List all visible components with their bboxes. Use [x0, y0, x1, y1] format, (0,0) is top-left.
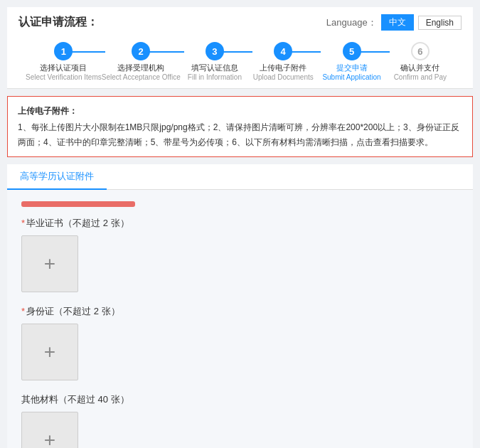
notice-title: 上传电子附件： [18, 104, 462, 118]
step-label-en-2: Fill in Information [188, 73, 242, 81]
tab-bar: 高等学历认证附件 [7, 164, 473, 190]
upload-label-2: 其他材料（不超过 40 张） [21, 393, 459, 406]
tab-section: 高等学历认证附件 *毕业证书（不超过 2 张）+*身份证（不超过 2 张）+其他… [7, 164, 473, 448]
step-label-cn-2: 填写认证信息 [191, 63, 238, 73]
upload-label-1: *身份证（不超过 2 张） [21, 305, 459, 318]
required-star-0: * [21, 218, 25, 228]
page-title: 认证申请流程： [18, 15, 98, 30]
step-item-2: 3填写认证信息Fill in Information [181, 42, 249, 81]
step-label-en-0: Select Verification Items [26, 73, 102, 81]
lang-cn-button[interactable]: 中文 [381, 14, 414, 31]
step-circle-5: 6 [411, 42, 430, 60]
step-circle-3: 4 [274, 42, 292, 60]
upload-box-2[interactable]: + [21, 412, 78, 448]
language-label: Language： [326, 16, 377, 29]
step-label-cn-4: 提交申请 [336, 63, 368, 73]
upload-section-1: *身份证（不超过 2 张）+ [21, 305, 459, 380]
upload-sections: *毕业证书（不超过 2 张）+*身份证（不超过 2 张）+其他材料（不超过 40… [21, 217, 459, 448]
tab-item-attachments[interactable]: 高等学历认证附件 [7, 164, 107, 190]
step-item-3: 4上传电子附件Upload Documents [249, 42, 317, 81]
step-circle-2: 3 [206, 42, 224, 60]
step-label-cn-5: 确认并支付 [400, 63, 439, 73]
redacted-name [21, 201, 135, 207]
step-circle-1: 2 [132, 42, 150, 60]
upload-section-0: *毕业证书（不超过 2 张）+ [21, 217, 459, 292]
language-section: Language： 中文 English [326, 14, 462, 31]
step-label-en-4: Submit Application [322, 73, 380, 81]
lang-en-button[interactable]: English [418, 16, 462, 30]
notice-text: 1、每张上传图片大小限制在1MB只限jpg/png格式；2、请保持图片清晰可辨，… [18, 120, 462, 149]
upload-section-2: 其他材料（不超过 40 张）+ [21, 393, 459, 448]
step-item-0: 1选择认证项目Select Verification Items [26, 42, 102, 81]
step-label-cn-3: 上传电子附件 [260, 63, 306, 73]
step-label-en-1: Select Acceptance Office [102, 73, 181, 81]
step-circle-0: 1 [54, 42, 73, 60]
page-wrapper: 认证申请流程： Language： 中文 English 1选择认证项目Sele… [0, 0, 480, 448]
step-label-cn-1: 选择受理机构 [117, 63, 164, 73]
upload-box-1[interactable]: + [21, 324, 78, 380]
step-item-4: 5提交申请Submit Application [317, 42, 385, 81]
upload-box-0[interactable]: + [21, 235, 78, 292]
upload-label-0: *毕业证书（不超过 2 张） [21, 217, 459, 230]
upload-content: *毕业证书（不超过 2 张）+*身份证（不超过 2 张）+其他材料（不超过 40… [7, 190, 473, 448]
notice-box: 上传电子附件： 1、每张上传图片大小限制在1MB只限jpg/png格式；2、请保… [7, 96, 473, 157]
step-label-cn-0: 选择认证项目 [40, 63, 87, 73]
step-label-en-3: Upload Documents [253, 73, 314, 81]
step-circle-4: 5 [343, 42, 361, 60]
step-item-1: 2选择受理机构Select Acceptance Office [102, 42, 181, 81]
steps-bar: 1选择认证项目Select Verification Items2选择受理机构S… [18, 38, 462, 88]
header: 认证申请流程： Language： 中文 English 1选择认证项目Sele… [7, 7, 473, 89]
step-label-en-5: Confirm and Pay [394, 73, 447, 81]
required-star-1: * [21, 306, 25, 316]
step-item-5: 6确认并支付Confirm and Pay [386, 42, 454, 81]
header-top: 认证申请流程： Language： 中文 English [18, 14, 462, 31]
